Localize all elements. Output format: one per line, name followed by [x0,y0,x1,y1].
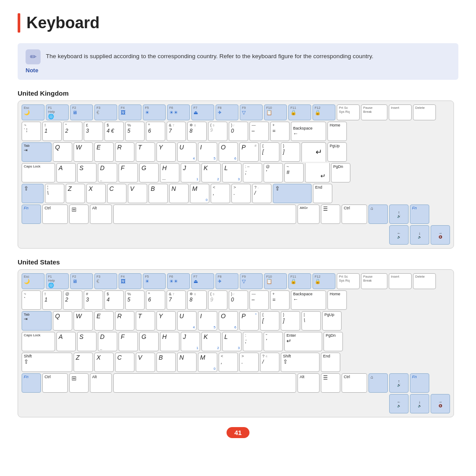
key-f2[interactable]: F2 🖥 [70,104,93,120]
key-altgr[interactable]: AltGr [298,205,320,224]
key-r[interactable]: R [115,142,134,162]
key-gt[interactable]: > . [231,184,251,203]
key-4[interactable]: $ 4 € [104,122,124,141]
us-key-tab[interactable]: Tab ⇥ [22,311,52,331]
key-y[interactable]: Y [156,142,176,162]
us-key-question[interactable]: ? 4 / [260,353,279,372]
us-key-j[interactable]: J 1 [181,332,200,351]
us-key-f7[interactable]: F7 ⏏ [191,273,214,289]
us-key-m[interactable]: M 0 [198,353,217,372]
us-key-ctrl-right[interactable]: Ctrl [342,373,367,393]
us-key-f12[interactable]: F12 🔒 [312,273,335,289]
key-g[interactable]: G [139,163,159,182]
us-key-f4[interactable]: F4 🖼 [119,273,141,289]
key-rbrace[interactable]: } ] [281,142,300,162]
us-key-rbrace[interactable]: } ] [281,311,300,331]
key-alt-left[interactable]: Alt [90,205,112,224]
us-key-delete[interactable]: Delete [413,273,436,289]
us-key-a[interactable]: A [56,332,76,351]
key-f6[interactable]: F6 ☀☀ [167,104,190,120]
key-esc[interactable]: Esc 🌙 [22,104,45,120]
key-pgdn[interactable]: PgDn [331,163,350,182]
us-key-pause[interactable]: Pause Break [361,273,387,289]
key-lt[interactable]: < , [211,184,230,203]
us-key-menu[interactable]: ☰ [321,373,340,393]
us-key-8[interactable]: ✲ 8 8 [187,290,207,310]
us-key-n[interactable]: N [177,353,197,372]
key-shift-right[interactable]: ⇧ [273,184,312,203]
us-key-home[interactable]: Home [327,290,347,310]
us-key-5[interactable]: % 5 [125,290,145,310]
key-minus[interactable]: — – [249,122,269,141]
key-v[interactable]: V [128,184,147,203]
key-0[interactable]: ) / 0 [229,122,248,141]
us-key-gt[interactable]: > . [239,353,259,372]
key-space[interactable] [113,205,296,224]
us-key-backslash[interactable]: | \ [301,311,321,331]
key-fn-right[interactable]: Fn [410,205,429,224]
key-home-nav[interactable]: ⌂ [368,205,388,224]
us-key-windows[interactable]: ⊞ [69,373,89,393]
us-key-p[interactable]: P * [239,311,259,331]
key-f4[interactable]: F4 🖼 [119,104,141,120]
key-f5[interactable]: F5 ☀ [143,104,166,120]
key-h[interactable]: H — [160,163,179,182]
us-key-end[interactable]: End [321,353,340,372]
us-key-backtick[interactable]: ~ ` [22,290,41,310]
us-key-backspace[interactable]: Backspace ← [291,290,326,310]
key-backtick[interactable]: ¬ ` ¦ [22,122,41,141]
us-key-f1[interactable]: F1 Help 🌐 [46,273,69,289]
key-f8[interactable]: F8 ✈ [216,104,238,120]
us-key-o[interactable]: O 6 [219,311,238,331]
key-left[interactable]: ← 🔉 [389,225,409,245]
key-6[interactable]: ^ 6 [146,122,165,141]
us-key-z[interactable]: Z [74,353,93,372]
us-key-r[interactable]: R [115,311,134,331]
us-key-7[interactable]: & 7 7 [167,290,186,310]
us-key-u[interactable]: U 4 [177,311,197,331]
us-key-right[interactable]: → 🔇 [431,394,450,413]
us-key-h[interactable]: H [160,332,179,351]
us-key-pgdn[interactable]: PgDn [324,332,343,351]
us-key-e[interactable]: E [94,311,114,331]
us-key-0[interactable]: ) / 0 [229,290,248,310]
us-key-g[interactable]: G [139,332,159,351]
us-key-f10[interactable]: F10 📋 [264,273,287,289]
us-key-k[interactable]: K 2 [201,332,221,351]
key-delete[interactable]: Delete [413,104,436,120]
key-d[interactable]: D _ [98,163,117,182]
key-tab[interactable]: Tab ⇥ [22,142,52,162]
key-menu[interactable]: ☰ [321,205,340,224]
key-up[interactable]: ↑ 🔊 [389,205,409,224]
key-a[interactable]: A [56,163,76,182]
key-down[interactable]: ↓ 🔉 [410,225,429,245]
us-key-pgup[interactable]: PgUp [322,311,342,331]
us-key-home-nav[interactable]: ⌂ [368,373,388,393]
key-ctrl-left[interactable]: Ctrl [42,205,68,224]
us-key-equals[interactable]: + = [270,290,290,310]
us-key-f6[interactable]: F6 ☀☀ [167,273,190,289]
us-key-l[interactable]: L 3 [222,332,242,351]
key-z[interactable]: Z [66,184,85,203]
key-2[interactable]: " 2 [63,122,82,141]
us-key-6[interactable]: ^ 6 [146,290,165,310]
us-key-prtsc[interactable]: Prt Sc Sys Rq [337,273,360,289]
us-key-f9[interactable]: F9 ▽ [240,273,263,289]
key-prtsc[interactable]: Prt Sc Sys Rq [337,104,360,120]
key-3[interactable]: £ 3 [84,122,103,141]
key-m[interactable]: M 0 [190,184,209,203]
us-key-fn-right[interactable]: Fn [410,373,429,393]
us-key-f2[interactable]: F2 🖥 [70,273,93,289]
key-windows[interactable]: ⊞ [69,205,89,224]
key-1[interactable]: ! 1 [42,122,62,141]
key-9[interactable]: ( 9 9 [208,122,227,141]
us-key-left[interactable]: ← 🔉 [389,394,409,413]
key-capslock[interactable]: Caps Lock [22,163,55,182]
us-key-4[interactable]: $ 4 [104,290,124,310]
key-right[interactable]: → 🔇 [431,225,450,245]
us-key-2[interactable]: @ 2 [63,290,82,310]
us-key-t[interactable]: T [136,311,155,331]
us-key-q[interactable]: Q [53,311,72,331]
us-key-shift-right[interactable]: Shift ⇧ [281,353,320,372]
key-5[interactable]: % 5 [125,122,145,141]
